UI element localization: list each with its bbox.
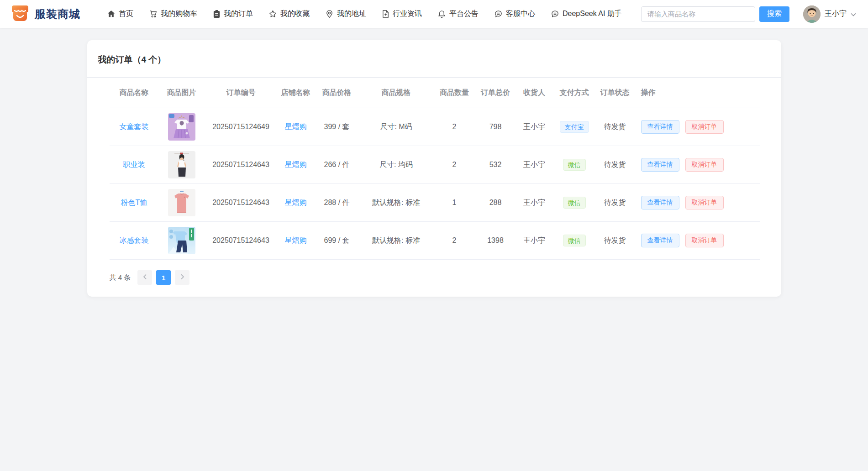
col-header: 订单总价	[476, 88, 515, 98]
nav-item-label: 我的订单	[224, 9, 253, 19]
col-header: 订单状态	[595, 88, 635, 98]
nav-item-label: 客服中心	[506, 9, 535, 19]
location-icon	[325, 10, 334, 18]
shop-link[interactable]: 星熠购	[278, 198, 314, 208]
order-total: 288	[476, 199, 515, 207]
brand-name: 服装商城	[35, 7, 80, 21]
view-details-button[interactable]: 查看详情	[641, 120, 679, 133]
product-spec: 尺寸: M码	[360, 122, 433, 132]
user-name: 王小宇	[825, 9, 847, 19]
cart-icon	[149, 10, 158, 18]
shop-link[interactable]: 星熠购	[278, 236, 314, 246]
product-name-link[interactable]: 女童套装	[110, 122, 159, 132]
nav-item-label: 我的购物车	[161, 9, 197, 19]
payment-tag: 微信	[563, 235, 586, 246]
order-number: 20250715124643	[205, 199, 278, 207]
chevron-right-icon	[180, 274, 184, 281]
product-price: 266 / 件	[314, 160, 360, 170]
quantity: 2	[433, 161, 476, 169]
order-status: 待发货	[595, 236, 635, 246]
product-price: 399 / 套	[314, 122, 360, 132]
product-name-link[interactable]: 冰感套装	[110, 236, 159, 246]
nav-item-address[interactable]: 我的地址	[325, 9, 366, 19]
brand-logo-icon	[11, 4, 29, 24]
table-row: 粉色T恤 20250715124643 星熠购 288 / 件 默认规格: 标准…	[110, 184, 760, 222]
chevron-left-icon	[143, 274, 147, 281]
product-name-link[interactable]: 粉色T恤	[110, 198, 159, 208]
product-spec: 默认规格: 标准	[360, 236, 433, 246]
nav-item-label: 平台公告	[449, 9, 479, 19]
product-image[interactable]	[168, 113, 195, 141]
product-image[interactable]	[168, 189, 195, 216]
receiver: 王小宇	[515, 160, 554, 170]
nav-item-label: 我的地址	[337, 9, 366, 19]
product-price: 288 / 件	[314, 198, 360, 208]
user-menu[interactable]: 王小宇	[803, 5, 856, 23]
top-navbar: 服装商城 首页 我的购物车 我的订单 我的收藏 我的地址 行业资讯 平台公	[0, 0, 868, 28]
page-number-button[interactable]: 1	[156, 270, 171, 285]
cancel-order-button[interactable]: 取消订单	[685, 120, 724, 133]
next-page-button[interactable]	[175, 270, 189, 285]
order-total: 1398	[476, 236, 515, 245]
col-header: 商品价格	[314, 88, 360, 98]
product-image[interactable]	[168, 227, 195, 254]
shop-link[interactable]: 星熠购	[278, 122, 314, 132]
nav-item-support[interactable]: 客服中心	[494, 9, 535, 19]
chevron-down-icon	[851, 10, 856, 18]
avatar	[803, 5, 821, 23]
col-header: 收货人	[515, 88, 554, 98]
cancel-order-button[interactable]: 取消订单	[685, 234, 724, 247]
nav-item-label: 我的收藏	[280, 9, 310, 19]
search-button[interactable]: 搜索	[759, 6, 789, 22]
prev-page-button[interactable]	[137, 270, 152, 285]
brand[interactable]: 服装商城	[11, 4, 80, 24]
news-icon	[382, 10, 389, 18]
product-price: 699 / 套	[314, 236, 360, 246]
order-icon	[213, 10, 221, 18]
product-name-link[interactable]: 职业装	[110, 160, 159, 170]
order-total: 798	[476, 123, 515, 131]
product-spec: 默认规格: 标准	[360, 198, 433, 208]
col-header: 商品规格	[360, 88, 433, 98]
payment-tag: 微信	[563, 197, 586, 209]
col-header: 店铺名称	[278, 88, 314, 98]
nav-item-label: 首页	[119, 9, 133, 19]
chat-icon	[551, 10, 559, 18]
payment-tag: 微信	[563, 159, 586, 171]
shop-link[interactable]: 星熠购	[278, 160, 314, 170]
orders-table: 商品名称 商品图片 订单编号 店铺名称 商品价格 商品规格 商品数量 订单总价 …	[110, 78, 760, 260]
nav-item-favorites[interactable]: 我的收藏	[268, 9, 310, 19]
page-title: 我的订单（4 个）	[87, 40, 781, 78]
quantity: 2	[433, 123, 476, 131]
pagination-total: 共 4 条	[110, 273, 131, 282]
order-number: 20250715124643	[205, 236, 278, 245]
col-header: 操作	[635, 88, 760, 98]
table-row: 女童套装 20250715124649 星熠购 399 / 套 尺寸: M码 2	[110, 108, 760, 146]
orders-card: 我的订单（4 个） 商品名称 商品图片 订单编号 店铺名称 商品价格 商品规格 …	[87, 40, 781, 297]
order-total: 532	[476, 161, 515, 169]
search-input[interactable]	[641, 6, 755, 22]
nav-item-deepseek-ai[interactable]: DeepSeek AI 助手	[551, 9, 622, 19]
cancel-order-button[interactable]: 取消订单	[685, 158, 724, 171]
payment-tag: 支付宝	[560, 121, 589, 133]
star-icon	[268, 10, 277, 18]
bell-icon	[437, 10, 446, 18]
nav-item-news[interactable]: 行业资讯	[382, 9, 422, 19]
navbar-right: 搜索 王小宇	[641, 5, 856, 23]
nav-item-announcements[interactable]: 平台公告	[437, 9, 479, 19]
nav-item-label: DeepSeek AI 助手	[563, 9, 622, 19]
col-header: 订单编号	[205, 88, 278, 98]
nav-item-cart[interactable]: 我的购物车	[149, 9, 197, 19]
cancel-order-button[interactable]: 取消订单	[685, 196, 724, 209]
order-status: 待发货	[595, 198, 635, 208]
nav-item-home[interactable]: 首页	[107, 9, 133, 19]
view-details-button[interactable]: 查看详情	[641, 158, 679, 171]
nav-menu: 首页 我的购物车 我的订单 我的收藏 我的地址 行业资讯 平台公告 客服中心	[107, 9, 622, 19]
view-details-button[interactable]: 查看详情	[641, 234, 679, 247]
pagination: 共 4 条 1	[110, 270, 781, 285]
product-image[interactable]	[168, 151, 195, 178]
order-status: 待发货	[595, 160, 635, 170]
view-details-button[interactable]: 查看详情	[641, 196, 679, 209]
nav-item-orders[interactable]: 我的订单	[213, 9, 253, 19]
quantity: 2	[433, 236, 476, 245]
